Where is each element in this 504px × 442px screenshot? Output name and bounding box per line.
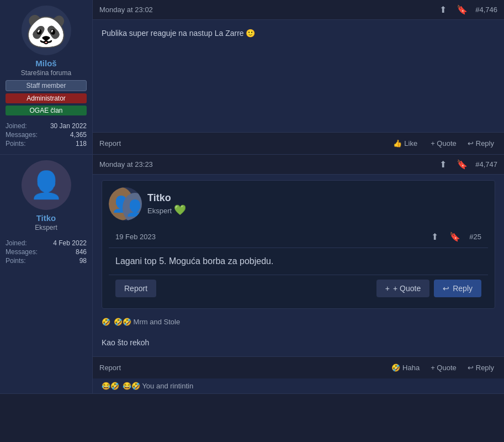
quoted-header: 👤 👤 Titko Ekspert 💚 <box>109 187 488 220</box>
reply-icon: ↩ <box>468 139 474 148</box>
username: Titko <box>36 213 56 223</box>
post-1-header: Monday at 23:02 ⬆ 🔖 #4,746 <box>93 0 504 20</box>
quoted-reply-button[interactable]: ↩ Reply <box>434 280 481 297</box>
quoted-body: Lagani top 5. Moguća borba za pobjedu. <box>109 248 488 275</box>
quoted-meta-bar: 19 Feb 2023 ⬆ 🔖 #25 <box>109 226 488 248</box>
post-timestamp: Monday at 23:23 <box>99 160 153 169</box>
joined-value: 4 Feb 2022 <box>53 239 87 247</box>
user-meta: Joined: 4 Feb 2022 Messages: 846 Points:… <box>6 239 87 266</box>
haha-emoji: 🤣 <box>391 364 400 372</box>
messages-label: Messages: <box>6 248 38 256</box>
reply-button[interactable]: ↩ Reply <box>464 137 497 150</box>
quoted-num: #25 <box>469 233 481 241</box>
points-value: 118 <box>76 140 87 148</box>
quoted-footer: Report + + Quote ↩ Reply <box>109 275 488 302</box>
username: Miloš <box>35 59 56 68</box>
quoted-avatar: 👤 👤 <box>109 187 142 220</box>
reaction-emoji: 🤣 <box>102 318 110 326</box>
quoted-share-icon[interactable]: ⬆ <box>429 230 441 243</box>
reactions-bar: 🤣 🤣🤣 Mrm and Stole <box>93 314 504 329</box>
heart-icon: 💚 <box>174 204 186 215</box>
post-actions-top: ⬆ 🔖 #4,747 <box>437 158 497 171</box>
footer-left: Report <box>99 364 121 372</box>
points-value: 98 <box>79 257 87 265</box>
quoted-report-button[interactable]: Report <box>115 280 156 297</box>
messages-label: Messages: <box>6 131 38 139</box>
quoted-text: Lagani top 5. Moguća borba za pobjedu. <box>115 256 273 266</box>
messages-row: Messages: 846 <box>6 248 87 256</box>
reaction-users-bar: 😂🤣 😂🤣 You and rintintin <box>93 378 504 393</box>
post-2-content: Monday at 23:23 ⬆ 🔖 #4,747 👤 👤 Titko <box>93 155 504 393</box>
reply-button[interactable]: ↩ Reply <box>464 361 497 374</box>
face2: 👤 <box>123 193 142 220</box>
quote-button[interactable]: + Quote <box>425 137 460 150</box>
footer-left: Report <box>99 139 121 148</box>
user-title: Starešina foruma <box>21 69 71 77</box>
badge-ogae: OGAE član <box>6 106 87 115</box>
messages-row: Messages: 4,365 <box>6 131 87 139</box>
badge-staff: Staff member <box>6 80 87 91</box>
like-button[interactable]: 👍 Like <box>390 137 421 150</box>
points-row: Points: 118 <box>6 140 87 148</box>
share-icon[interactable]: ⬆ <box>437 3 449 16</box>
haha-button[interactable]: 🤣 Haha <box>388 361 423 374</box>
share-icon[interactable]: ⬆ <box>437 158 449 171</box>
joined-row: Joined: 30 Jan 2022 <box>6 122 87 130</box>
avatar-emoji: 🐼 <box>25 11 67 50</box>
badge-admin: Administrator <box>6 93 87 103</box>
quoted-name: Titko <box>147 192 186 204</box>
post-1-content: Monday at 23:02 ⬆ 🔖 #4,746 Publika super… <box>93 0 504 154</box>
user-title: Ekspert <box>35 224 57 231</box>
post-1-body: Publika super reaguje na nastup La Zarre… <box>93 20 504 132</box>
joined-value: 30 Jan 2022 <box>50 122 87 130</box>
quoted-actions: ⬆ 🔖 #25 <box>429 230 481 243</box>
post-2-footer: Report 🤣 Haha + Quote ↩ Reply <box>93 356 504 378</box>
post-1-sidebar: 🐼 Miloš Starešina foruma Staff member Ad… <box>0 0 93 154</box>
thumbs-up-icon: 👍 <box>393 139 402 148</box>
post-num: #4,747 <box>475 160 497 169</box>
messages-value: 4,365 <box>70 131 87 139</box>
bookmark-icon[interactable]: 🔖 <box>454 158 470 171</box>
reaction-users: 🤣🤣 Mrm and Stole <box>114 318 180 326</box>
quoted-author-info: Titko Ekspert 💚 <box>147 192 186 216</box>
post-num: #4,746 <box>475 6 497 14</box>
user-meta: Joined: 30 Jan 2022 Messages: 4,365 Poin… <box>6 122 87 149</box>
post-actions-top: ⬆ 🔖 #4,746 <box>437 3 497 16</box>
joined-label: Joined: <box>6 239 27 247</box>
points-row: Points: 98 <box>6 257 87 265</box>
post-1-footer: Report 👍 Like + Quote ↩ Reply <box>93 132 504 154</box>
post-2-body: Kao što rekoh <box>93 329 504 356</box>
post-timestamp: Monday at 23:02 <box>99 6 153 14</box>
post-text: Kao što rekoh <box>102 338 149 347</box>
avatar-overlap: 👤 👤 <box>109 187 142 220</box>
footer-right: 🤣 Haha + Quote ↩ Reply <box>388 361 497 374</box>
bookmark-icon[interactable]: 🔖 <box>454 3 470 16</box>
avatar: 👤 <box>22 160 71 210</box>
avatar: 🐼 <box>22 6 71 55</box>
reply-icon: ↩ <box>468 364 474 372</box>
quoted-bookmark-icon[interactable]: 🔖 <box>447 230 463 243</box>
quoted-footer-right: + + Quote ↩ Reply <box>376 280 481 297</box>
points-label: Points: <box>6 257 26 265</box>
report-button[interactable]: Report <box>99 139 121 148</box>
reaction-emoji-2: 😂🤣 <box>102 382 119 390</box>
post-1: 🐼 Miloš Starešina foruma Staff member Ad… <box>0 0 504 155</box>
points-label: Points: <box>6 140 26 148</box>
plus-icon: + <box>385 284 390 293</box>
quoted-date: 19 Feb 2023 <box>115 233 156 241</box>
footer-right: 👍 Like + Quote ↩ Reply <box>390 137 497 150</box>
quoted-role: Ekspert 💚 <box>147 204 186 216</box>
quoted-quote-button[interactable]: + + Quote <box>376 280 429 297</box>
reaction-user-names: 😂🤣 You and rintintin <box>123 382 193 390</box>
post-text: Publika super reaguje na nastup La Zarre… <box>102 29 256 38</box>
joined-label: Joined: <box>6 122 27 130</box>
messages-value: 846 <box>76 248 87 256</box>
post-2-header: Monday at 23:23 ⬆ 🔖 #4,747 <box>93 155 504 175</box>
reply-icon: ↩ <box>443 284 449 293</box>
post-2-sidebar: 👤 Titko Ekspert Joined: 4 Feb 2022 Messa… <box>0 155 93 393</box>
quote-button[interactable]: + Quote <box>427 361 460 374</box>
joined-row: Joined: 4 Feb 2022 <box>6 239 87 247</box>
post-2: 👤 Titko Ekspert Joined: 4 Feb 2022 Messa… <box>0 155 504 394</box>
report-button[interactable]: Report <box>99 364 121 372</box>
quoted-post: 👤 👤 Titko Ekspert 💚 19 Feb 2023 ⬆ 🔖 <box>102 180 495 309</box>
